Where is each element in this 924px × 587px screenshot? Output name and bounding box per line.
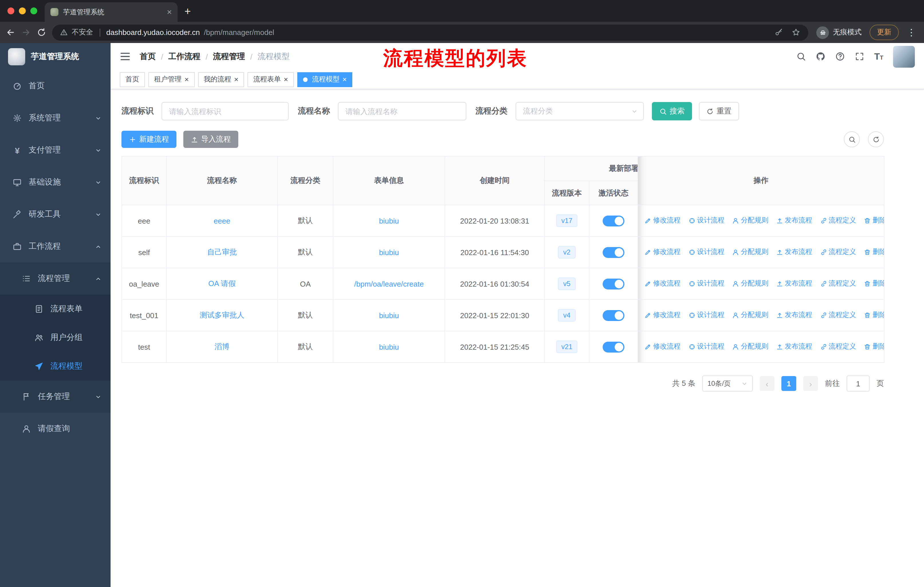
action-delete[interactable]: 删除 bbox=[864, 216, 884, 226]
action-design[interactable]: 设计流程 bbox=[688, 216, 724, 226]
import-process-button[interactable]: 导入流程 bbox=[183, 131, 238, 148]
goto-page-input[interactable] bbox=[846, 375, 870, 392]
action-publish[interactable]: 发布流程 bbox=[776, 216, 812, 226]
action-design[interactable]: 设计流程 bbox=[688, 279, 724, 289]
close-icon[interactable]: × bbox=[185, 76, 189, 83]
back-icon[interactable] bbox=[6, 28, 15, 37]
sidebar-item-task-management[interactable]: 任务管理 bbox=[0, 380, 111, 413]
action-edit[interactable]: 修改流程 bbox=[644, 216, 681, 226]
search-button[interactable]: 搜索 bbox=[652, 102, 692, 121]
sidebar-item-payment[interactable]: ¥ 支付管理 bbox=[0, 134, 111, 166]
hamburger-icon[interactable] bbox=[120, 51, 130, 62]
sidebar-item-user-group[interactable]: 用户分组 bbox=[0, 323, 111, 352]
active-toggle[interactable] bbox=[602, 310, 624, 321]
action-definition[interactable]: 流程定义 bbox=[820, 247, 856, 257]
fullscreen-icon[interactable] bbox=[855, 51, 865, 61]
page-1-button[interactable]: 1 bbox=[781, 376, 796, 391]
page-size-select[interactable]: 10条/页 bbox=[702, 375, 753, 392]
action-definition[interactable]: 流程定义 bbox=[820, 279, 856, 289]
close-icon[interactable]: × bbox=[234, 76, 238, 83]
action-edit[interactable]: 修改流程 bbox=[644, 279, 681, 289]
tag-my-process[interactable]: 我的流程 × bbox=[198, 72, 244, 87]
process-name-link[interactable]: 自己审批 bbox=[207, 248, 237, 256]
action-edit[interactable]: 修改流程 bbox=[644, 342, 681, 352]
address-bar[interactable]: 不安全 dashboard.yudao.iocoder.cn/bpm/manag… bbox=[52, 24, 808, 40]
sidebar-item-leave-query[interactable]: 请假查询 bbox=[0, 413, 111, 445]
next-page-button[interactable]: › bbox=[803, 376, 818, 391]
process-name-link[interactable]: OA 请假 bbox=[208, 279, 236, 288]
bookmark-star-icon[interactable] bbox=[792, 28, 800, 37]
process-name-input[interactable] bbox=[338, 102, 466, 121]
github-icon[interactable] bbox=[816, 51, 825, 61]
close-icon[interactable]: × bbox=[284, 76, 288, 83]
action-assign-rule[interactable]: 分配规则 bbox=[733, 279, 769, 289]
tag-process-form[interactable]: 流程表单 × bbox=[248, 72, 294, 87]
sidebar-item-home[interactable]: 首页 bbox=[0, 70, 111, 102]
active-toggle[interactable] bbox=[602, 215, 624, 226]
avatar[interactable] bbox=[893, 46, 915, 67]
new-tab-button[interactable]: + bbox=[185, 5, 191, 18]
action-publish[interactable]: 发布流程 bbox=[776, 342, 812, 352]
form-link[interactable]: /bpm/oa/leave/create bbox=[354, 279, 424, 288]
category-select[interactable]: 流程分类 bbox=[516, 102, 644, 121]
form-link[interactable]: biubiu bbox=[379, 217, 399, 225]
sidebar-item-process-management[interactable]: 流程管理 bbox=[0, 263, 111, 294]
active-toggle[interactable] bbox=[602, 341, 624, 352]
font-size-icon[interactable]: TT bbox=[874, 51, 883, 62]
sidebar-item-infra[interactable]: 基础设施 bbox=[0, 166, 111, 198]
action-design[interactable]: 设计流程 bbox=[688, 247, 724, 257]
action-publish[interactable]: 发布流程 bbox=[776, 247, 812, 257]
active-toggle[interactable] bbox=[602, 278, 624, 289]
form-link[interactable]: biubiu bbox=[379, 248, 399, 256]
search-icon[interactable] bbox=[796, 51, 806, 61]
action-definition[interactable]: 流程定义 bbox=[820, 342, 856, 352]
action-assign-rule[interactable]: 分配规则 bbox=[733, 342, 769, 352]
action-assign-rule[interactable]: 分配规则 bbox=[733, 247, 769, 257]
help-icon[interactable] bbox=[835, 51, 845, 61]
sidebar-item-system[interactable]: 系统管理 bbox=[0, 102, 111, 134]
form-link[interactable]: biubiu bbox=[379, 311, 399, 319]
tab-close-icon[interactable]: × bbox=[167, 8, 172, 16]
action-definition[interactable]: 流程定义 bbox=[820, 216, 856, 226]
sidebar-item-devtools[interactable]: 研发工具 bbox=[0, 198, 111, 230]
close-icon[interactable]: × bbox=[343, 76, 347, 83]
action-assign-rule[interactable]: 分配规则 bbox=[733, 311, 769, 320]
toggle-search-button[interactable] bbox=[844, 131, 860, 147]
reload-icon[interactable] bbox=[37, 28, 46, 37]
browser-tab[interactable]: 芋道管理系统 × bbox=[45, 2, 178, 22]
tag-tenant[interactable]: 租户管理 × bbox=[148, 72, 195, 87]
process-key-input[interactable] bbox=[162, 102, 289, 121]
action-delete[interactable]: 删除 bbox=[864, 311, 884, 320]
breadcrumb-workflow[interactable]: 工作流程 bbox=[168, 51, 201, 62]
tag-home[interactable]: 首页 bbox=[120, 72, 145, 87]
sidebar-item-process-form[interactable]: 流程表单 bbox=[0, 294, 111, 323]
zoom-window-button[interactable] bbox=[30, 7, 37, 14]
action-publish[interactable]: 发布流程 bbox=[776, 279, 812, 289]
action-delete[interactable]: 删除 bbox=[864, 342, 884, 352]
action-delete[interactable]: 删除 bbox=[864, 279, 884, 289]
action-publish[interactable]: 发布流程 bbox=[776, 311, 812, 320]
sidebar-item-process-model[interactable]: 流程模型 bbox=[0, 352, 111, 380]
forward-icon[interactable] bbox=[21, 28, 31, 37]
action-edit[interactable]: 修改流程 bbox=[644, 247, 681, 257]
breadcrumb-home[interactable]: 首页 bbox=[140, 51, 156, 62]
action-design[interactable]: 设计流程 bbox=[688, 342, 724, 352]
close-window-button[interactable] bbox=[7, 7, 14, 14]
action-design[interactable]: 设计流程 bbox=[688, 311, 724, 320]
sidebar-item-workflow[interactable]: 工作流程 bbox=[0, 230, 111, 263]
logo[interactable]: 芋道管理系统 bbox=[0, 43, 111, 70]
browser-menu-icon[interactable]: ⋮ bbox=[907, 27, 916, 38]
action-delete[interactable]: 删除 bbox=[864, 247, 884, 257]
form-link[interactable]: biubiu bbox=[379, 342, 399, 351]
update-button[interactable]: 更新 bbox=[870, 25, 899, 40]
create-process-button[interactable]: 新建流程 bbox=[121, 131, 177, 148]
breadcrumb-process-management[interactable]: 流程管理 bbox=[213, 51, 245, 62]
process-name-link[interactable]: 测试多审批人 bbox=[200, 311, 244, 319]
prev-page-button[interactable]: ‹ bbox=[760, 376, 774, 391]
active-toggle[interactable] bbox=[602, 247, 624, 258]
reset-button[interactable]: 重置 bbox=[699, 102, 739, 121]
process-name-link[interactable]: 滔博 bbox=[214, 342, 229, 351]
key-icon[interactable] bbox=[774, 28, 783, 37]
action-definition[interactable]: 流程定义 bbox=[820, 311, 856, 320]
action-assign-rule[interactable]: 分配规则 bbox=[733, 216, 769, 226]
